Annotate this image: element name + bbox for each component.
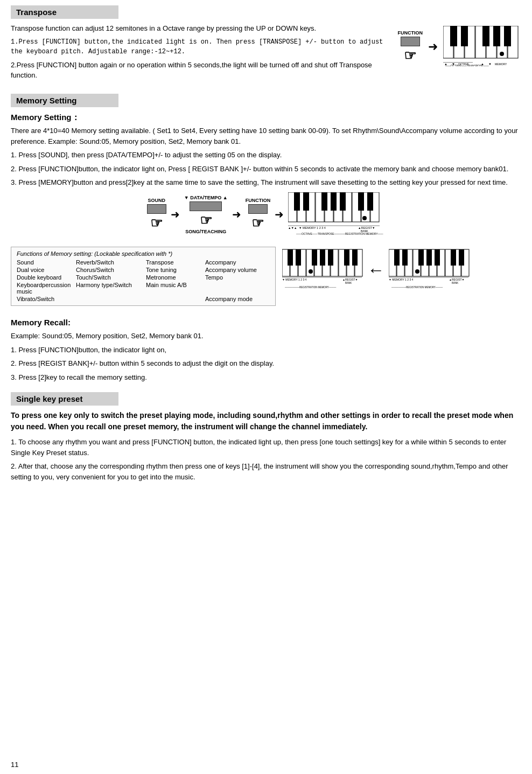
svg-text:BANK: BANK: [452, 282, 458, 284]
memory-setting-step3: 3. Press [MEMORY]button and press[2]key …: [11, 177, 521, 188]
memory-recall-step3: 3. Press [2]key to recall the memory set…: [11, 372, 521, 383]
piano-save-diagrams: ▼ MEMORY 1 2 3 4 ▲REGIST▼ BANK ——————REG…: [282, 247, 470, 294]
single-key-header: Single key preset: [11, 392, 118, 406]
func-tempo: Tempo: [205, 274, 270, 281]
svg-text:▼: ▼: [488, 62, 492, 66]
transpose-para2: 1.Press [FUNCTION] button,the indicated …: [11, 37, 387, 57]
functions-box-title: Functions of Memory setting: (Lockable s…: [17, 250, 270, 257]
func-accompany-vol: Accompany volume: [205, 267, 270, 273]
svg-text:▲REGIST▼: ▲REGIST▼: [449, 278, 465, 281]
function-button-2: [248, 204, 268, 214]
func-kbperc: Keyboardpercussion music: [17, 282, 71, 295]
svg-rect-34: [331, 192, 337, 211]
piano-recall-2: ▼ MEMORY 1 2 3 4 ▲REGIST▼ BANK ——————REG…: [389, 247, 470, 294]
function-label-1: FUNCTION: [398, 30, 423, 36]
svg-text:BANK: BANK: [345, 282, 352, 284]
functions-and-pianos: Functions of Memory setting: (Lockable s…: [11, 241, 521, 311]
functions-grid: Sound Reverb/Switch Transpose Accompany …: [17, 259, 270, 302]
sound-button: [147, 204, 166, 214]
arrow-4: ➜: [275, 208, 284, 221]
piano-save-1: ▼ MEMORY 1 2 3 4 ▲REGIST▼ BANK ——————REG…: [282, 247, 363, 294]
svg-rect-58: [320, 249, 325, 266]
svg-rect-35: [340, 192, 346, 211]
memory-recall-title: Memory Recall:: [11, 317, 521, 329]
svg-text:▼ MEMORY  1  2  3  4: ▼ MEMORY 1 2 3 4: [389, 278, 414, 281]
transpose-para3: 2.Press [FUNCTION] button again or no op…: [11, 60, 387, 81]
func-mainmusic: Main music A/B: [146, 282, 200, 295]
arrow-1: ➜: [428, 40, 438, 54]
hand-icon-sound: ☞: [150, 215, 163, 232]
svg-text:▼ MEMORY  1  2  3  4: ▼ MEMORY 1 2 3 4: [282, 278, 307, 281]
piano-svg-1: ▲ ▼ OCTAVE ▲ ▼ MEMORY ——OCTAVE——TRANSPOS…: [443, 26, 521, 66]
data-tempo-button: [190, 201, 222, 211]
memory-setting-header: Memory Setting: [11, 94, 118, 107]
transpose-para1: Transpose function can adjust 12 semiton…: [11, 23, 387, 34]
arrow-3: ➜: [232, 208, 241, 221]
func-blank2: [76, 296, 141, 302]
func-sound: Sound: [17, 259, 71, 266]
svg-rect-56: [296, 249, 301, 266]
func-blank3: [146, 296, 200, 302]
memory-recall-para1: Example: Sound:05, Memory position, Set2…: [11, 331, 521, 341]
svg-rect-10: [493, 26, 500, 46]
svg-rect-82: [435, 249, 440, 266]
svg-rect-36: [358, 192, 364, 211]
svg-rect-84: [459, 249, 464, 266]
svg-point-62: [309, 269, 313, 274]
svg-rect-7: [450, 26, 457, 46]
single-key-bold-para: To press one key only to switch the pres…: [11, 410, 521, 433]
func-accompany: Accompany: [205, 259, 270, 266]
single-key-step2: 2. After that, choose any the correspond…: [11, 461, 521, 482]
arrow-left-large: ←: [367, 260, 384, 280]
svg-rect-57: [312, 249, 317, 266]
transpose-diagram: FUNCTION ☞ ➜: [398, 26, 522, 68]
svg-rect-31: [294, 192, 300, 211]
function-diagram-1: FUNCTION ☞: [398, 30, 423, 64]
svg-rect-83: [451, 249, 456, 266]
memory-recall-step1: 1. Press [FUNCTION]button, the indicator…: [11, 345, 521, 355]
func-transpose: Transpose: [146, 259, 200, 266]
func-harmony: Harmony type/Switch: [76, 282, 141, 295]
func-touch: Touch/Switch: [76, 274, 141, 281]
func-chorus: Chorus/Switch: [76, 267, 141, 273]
memory-diagrams-row1: SOUND ☞ ➜ ▼ DATA/TEMPO ▲ ☞ SONG/TEACHING…: [11, 192, 521, 237]
transpose-top: Transpose function can adjust 12 semiton…: [11, 23, 521, 84]
svg-rect-61: [352, 249, 358, 266]
piano-diagram-transpose: ▲ ▼ OCTAVE ▲ ▼ MEMORY ——OCTAVE——TRANSPOS…: [443, 26, 521, 68]
transpose-section: Transpose Transpose function can adjust …: [11, 5, 521, 84]
svg-rect-32: [303, 192, 309, 211]
svg-rect-11: [504, 26, 511, 46]
piano-regist-diagram: ▲▼▲ ▼ MEMORY 1 2 3 4 ▲REGIST▼ BANK ——OCT…: [288, 192, 385, 237]
single-key-step1: 1. To choose any rhythm you want and pre…: [11, 437, 521, 458]
svg-text:——OCTAVE——TRANSPOSE————REGISTR: ——OCTAVE——TRANSPOSE————REGISTRATION MEMO…: [296, 232, 383, 235]
single-key-section: Single key preset To press one key only …: [11, 392, 521, 482]
func-tone: Tone tuning: [146, 267, 200, 273]
svg-point-38: [362, 216, 367, 220]
func-dual: Dual voice: [17, 267, 71, 273]
transpose-text: Transpose function can adjust 12 semiton…: [11, 23, 387, 84]
function-label-2: FUNCTION: [246, 198, 271, 203]
arrow-2: ➜: [171, 208, 180, 221]
svg-text:▲▼▲: ▲▼▲: [288, 226, 297, 229]
func-double: Double keyboard: [17, 274, 71, 281]
memory-setting-section: Memory Setting Memory Setting： There are…: [11, 94, 521, 383]
song-teaching-label: SONG/TEACHING: [185, 229, 226, 234]
piano-svg-3: ▼ MEMORY 1 2 3 4 ▲REGIST▼ BANK ——————REG…: [282, 247, 363, 292]
functions-box: Functions of Memory setting: (Lockable s…: [11, 247, 276, 306]
piano-svg-2: ▲▼▲ ▼ MEMORY 1 2 3 4 ▲REGIST▼ BANK ——OCT…: [288, 192, 385, 235]
transpose-header: Transpose: [11, 5, 118, 19]
func-blank1: [205, 282, 270, 295]
svg-rect-55: [288, 249, 293, 266]
svg-rect-60: [344, 249, 349, 266]
func-reverb: Reverb/Switch: [76, 259, 141, 266]
sound-diagram: SOUND ☞: [147, 198, 166, 232]
svg-rect-9: [482, 26, 489, 46]
data-tempo-label: ▼ DATA/TEMPO ▲: [184, 195, 228, 200]
svg-rect-80: [418, 249, 424, 266]
svg-rect-79: [402, 249, 408, 266]
function-diagram-2: FUNCTION ☞: [246, 198, 271, 232]
svg-text:——————REGISTRATION MEMORY———: ——————REGISTRATION MEMORY———: [391, 286, 443, 289]
memory-setting-step2: 2. Press [FUNCTION]button, the indicator…: [11, 164, 521, 175]
hand-icon-1: ☞: [404, 47, 416, 64]
svg-text:——————REGISTRATION MEMORY———: ——————REGISTRATION MEMORY———: [285, 286, 337, 289]
